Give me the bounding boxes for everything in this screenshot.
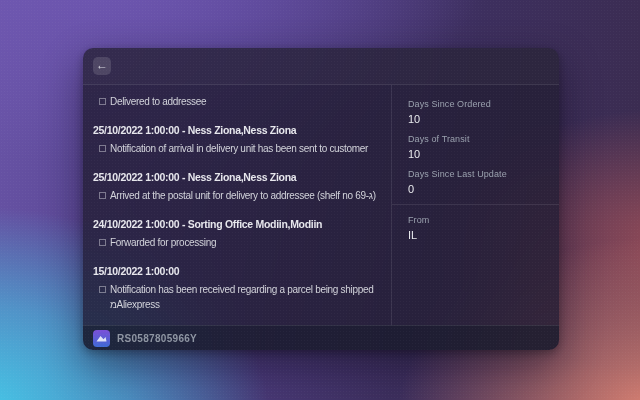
event-description: Forwarded for processing [110, 235, 218, 250]
window-titlebar[interactable]: ← [83, 48, 559, 85]
stat-label: Days of Transit [408, 134, 543, 145]
parcel-app-icon [93, 330, 110, 347]
event-description: Notification has been received regarding… [110, 282, 389, 312]
tracking-event: 24/10/2022 1:00:00 - Sorting Office Modi… [93, 217, 389, 250]
stat-value: 0 [408, 183, 543, 196]
stat-value: 10 [408, 113, 543, 126]
stat-days-since-ordered: Days Since Ordered 10 [408, 99, 543, 126]
tracking-event: 25/10/2022 1:00:00 - Ness Ziona,Ness Zio… [93, 123, 389, 156]
tracking-event: 25/10/2022 1:00:00 - Ness Ziona,Ness Zio… [93, 170, 389, 203]
event-date: 25/10/2022 1:00:00 - Ness Ziona,Ness Zio… [93, 170, 389, 185]
event-date: 15/10/2022 1:00:00 [93, 264, 389, 279]
event-date: 24/10/2022 1:00:00 - Sorting Office Modi… [93, 217, 389, 232]
checkbox-bullet-icon [99, 239, 106, 246]
stat-days-of-transit: Days of Transit 10 [408, 134, 543, 161]
checkbox-bullet-icon [99, 145, 106, 152]
stat-days-since-last-update: Days Since Last Update 0 [408, 169, 543, 196]
shipment-stats-panel: Days Since Ordered 10 Days of Transit 10… [392, 85, 559, 325]
checkbox-bullet-icon [99, 98, 106, 105]
checkbox-bullet-icon [99, 286, 106, 293]
stat-value: 10 [408, 148, 543, 161]
checkbox-bullet-icon [99, 192, 106, 199]
stat-origin-country: From IL [408, 215, 543, 242]
back-button[interactable]: ← [93, 57, 111, 75]
window-body: Delivered to addressee 25/10/2022 1:00:0… [83, 85, 559, 325]
stat-label: Days Since Ordered [408, 99, 543, 110]
event-description: Delivered to addressee [110, 94, 208, 109]
tracking-number: RS0587805966Y [117, 333, 197, 344]
stat-value: IL [408, 229, 543, 242]
tracking-event: 15/10/2022 1:00:00 Notification has been… [93, 264, 389, 312]
event-date: 25/10/2022 1:00:00 - Ness Ziona,Ness Zio… [93, 123, 389, 138]
event-description: Arrived at the postal unit for delivery … [110, 188, 378, 203]
footer-shipment-bar[interactable]: RS0587805966Y [83, 325, 559, 350]
parcel-tracking-window: ← Delivered to addressee 25/10/2022 1:00… [83, 48, 559, 350]
stats-section-divider [392, 204, 559, 205]
tracking-events-list[interactable]: Delivered to addressee 25/10/2022 1:00:0… [83, 85, 392, 325]
stat-label: From [408, 215, 543, 226]
event-description: Notification of arrival in delivery unit… [110, 141, 370, 156]
tracking-event: Delivered to addressee [93, 94, 389, 109]
stat-label: Days Since Last Update [408, 169, 543, 180]
